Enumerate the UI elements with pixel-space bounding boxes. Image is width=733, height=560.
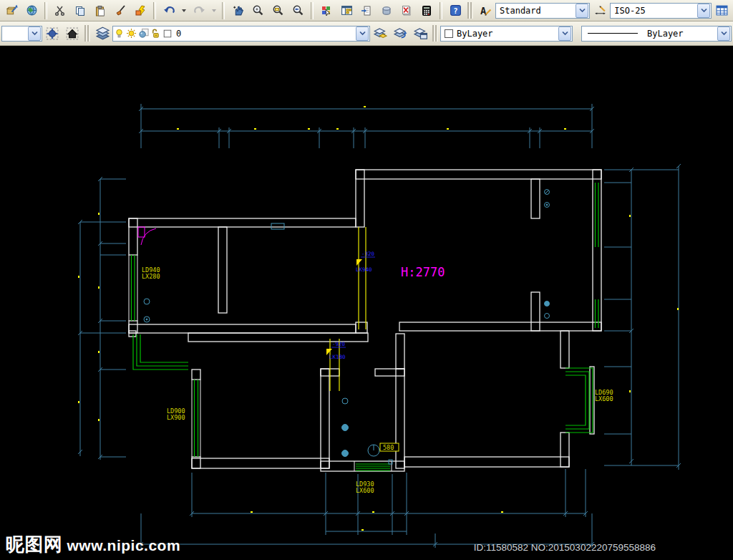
svg-text:LX900: LX900: [167, 414, 185, 421]
toolbar-separator: [44, 2, 47, 19]
undo-dropdown[interactable]: [180, 2, 188, 19]
chevron-down-icon: [31, 31, 38, 36]
svg-text:LX600: LX600: [356, 487, 374, 494]
undo-button[interactable]: [160, 2, 178, 19]
linetype-value: ByLayer: [644, 29, 717, 39]
linetype-sample: [588, 33, 638, 34]
properties-button[interactable]: [318, 2, 335, 19]
table-style-button[interactable]: [713, 2, 730, 19]
help-icon: ?: [450, 4, 462, 16]
standard-toolbar: ? A Standard ISO-25: [0, 0, 733, 21]
zoom-window-button[interactable]: [269, 2, 286, 19]
sun-icon[interactable]: [126, 28, 137, 39]
sheet-set-manager-button[interactable]: [378, 2, 395, 19]
toolbar-separator: [440, 2, 442, 19]
brush-icon: [115, 5, 126, 16]
property-painter-button[interactable]: [132, 2, 149, 19]
design-center-icon: [341, 4, 353, 16]
view-combo[interactable]: [1, 26, 42, 42]
paste-button[interactable]: [92, 2, 109, 19]
gear-icon: [46, 27, 59, 40]
dim-style-button[interactable]: [591, 2, 608, 19]
toolbar-grip[interactable]: [467, 2, 473, 19]
color-swatch-icon: [445, 29, 453, 38]
quick-calc-button[interactable]: [418, 2, 435, 19]
chevron-down-icon: [181, 8, 187, 14]
hand-icon: [232, 4, 244, 16]
level-tag: LK940: [356, 266, 372, 273]
table-icon: [716, 4, 728, 16]
combo-arrow[interactable]: [576, 4, 588, 18]
chevron-down-icon: [701, 8, 707, 13]
markup-icon: [401, 5, 412, 16]
zoom-realtime-button[interactable]: [249, 2, 266, 19]
watermark-site-url: www.nipic.com: [67, 537, 181, 554]
markup-set-manager-button[interactable]: [398, 2, 415, 19]
layer-manager-icon: [414, 26, 427, 40]
combo-arrow[interactable]: [558, 26, 571, 41]
toolbar-grip[interactable]: [84, 25, 90, 42]
symbol-tag: 580: [380, 443, 399, 451]
help-button[interactable]: ?: [447, 2, 464, 19]
layer-manager-button[interactable]: [412, 25, 429, 42]
toolbar-grip[interactable]: [432, 25, 438, 42]
home-button[interactable]: [64, 25, 81, 42]
layer-control-combo[interactable]: 0: [112, 26, 370, 42]
tool-palettes-button[interactable]: [358, 2, 375, 19]
package-icon: [6, 4, 18, 16]
combo-arrow[interactable]: [28, 26, 41, 41]
linetype-control-combo[interactable]: ByLayer: [581, 26, 732, 42]
drawing-canvas[interactable]: -320 LK940 -920 LK180 H:2770 LD940 LX280…: [0, 46, 733, 560]
layer-states-button[interactable]: [372, 25, 389, 42]
layer-states-icon: [374, 26, 387, 40]
level-tag: LK180: [329, 354, 346, 360]
gear-button[interactable]: [44, 25, 61, 42]
freeze-icon[interactable]: [138, 28, 149, 39]
text-style-combo[interactable]: Standard: [495, 3, 590, 19]
layer-properties-manager-button[interactable]: [94, 25, 111, 42]
publish-button[interactable]: [3, 2, 20, 19]
chevron-down-icon: [211, 8, 217, 14]
watermark-site-name: 昵图网: [6, 534, 63, 555]
floor-plan-walls: [129, 170, 601, 471]
combo-arrow[interactable]: [697, 4, 710, 18]
dim-style-combo[interactable]: ISO-25: [610, 3, 712, 19]
window-symbols: [132, 183, 599, 470]
combo-arrow[interactable]: [717, 26, 730, 41]
autocad-window: ? A Standard ISO-25 0: [0, 0, 733, 560]
watermark-id: ID:11580582 NO:20150302220759558886: [474, 542, 656, 553]
layer-previous-button[interactable]: [392, 25, 409, 42]
text-style-value: Standard: [496, 6, 575, 16]
publish-web-button[interactable]: [23, 2, 40, 19]
chevron-down-icon: [359, 31, 366, 36]
pan-button[interactable]: [229, 2, 246, 19]
sheet-set-icon: [381, 5, 392, 16]
match-properties-button[interactable]: [112, 2, 129, 19]
bulb-icon[interactable]: [114, 28, 125, 39]
fixture-symbols: [144, 190, 550, 465]
paste-icon: [94, 5, 106, 16]
layer-previous-icon: [394, 26, 407, 40]
text-style-button[interactable]: A: [477, 2, 494, 19]
magnifier-window-icon: [272, 4, 284, 16]
unlock-icon[interactable]: [150, 28, 161, 39]
toolbar-separator: [153, 2, 156, 19]
tool-palettes-icon: [361, 5, 372, 16]
color-swatch-icon[interactable]: [162, 29, 173, 39]
design-center-button[interactable]: [338, 2, 355, 19]
level-value: -920: [332, 341, 346, 347]
cut-button[interactable]: [52, 2, 69, 19]
redo-dropdown[interactable]: [210, 2, 218, 19]
calculator-icon: [421, 5, 432, 16]
scissors-icon: [54, 5, 66, 16]
copy-button[interactable]: [72, 2, 89, 19]
chevron-down-icon: [562, 31, 568, 36]
door-swing-arc: [138, 227, 156, 245]
redo-button[interactable]: [190, 2, 208, 19]
zoom-previous-button[interactable]: [289, 2, 306, 19]
color-control-combo[interactable]: ByLayer: [440, 26, 573, 42]
combo-arrow[interactable]: [356, 26, 369, 41]
layers-toolbar: 0 ByLayer ByLayer: [0, 21, 733, 46]
chevron-down-icon: [579, 8, 586, 13]
layer-name: 0: [173, 29, 181, 39]
